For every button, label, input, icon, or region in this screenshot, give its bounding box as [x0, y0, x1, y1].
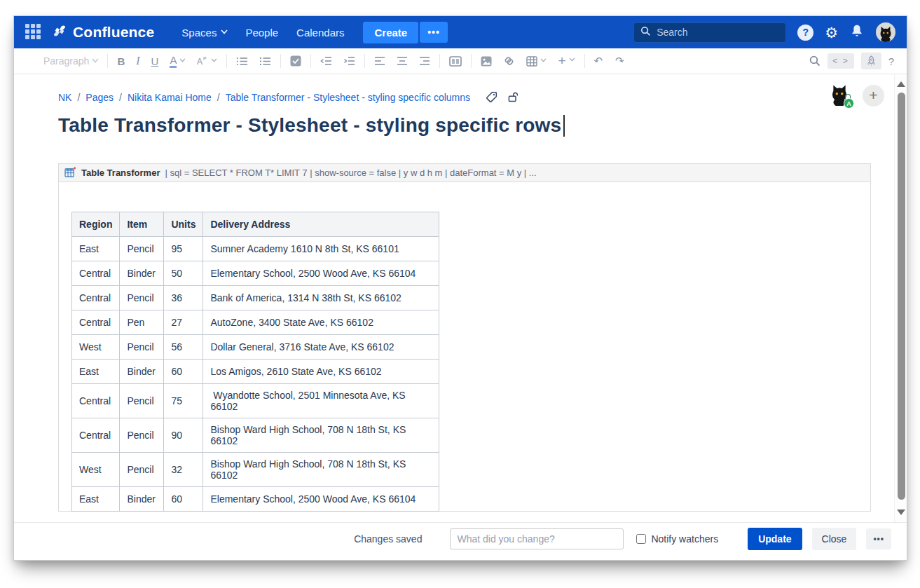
table-cell: Bishop Ward High School, 708 N 18th St, …: [203, 418, 439, 453]
table-cell: Elementary School, 2500 Wood Ave, KS 661…: [203, 487, 439, 512]
help-icon[interactable]: ?: [797, 25, 813, 41]
table-cell: 56: [164, 335, 203, 360]
vertical-scrollbar[interactable]: [894, 74, 907, 522]
table-cell: 95: [164, 237, 203, 261]
nav-more-button[interactable]: •••: [420, 22, 448, 43]
indent-icon[interactable]: [343, 56, 355, 66]
invite-plus-button[interactable]: +: [863, 85, 884, 107]
table-cell: West: [72, 453, 120, 487]
notify-watchers-option[interactable]: Notify watchers: [636, 533, 718, 545]
table-cell: East: [72, 237, 120, 261]
search-input[interactable]: [657, 27, 769, 38]
table-cell: East: [72, 487, 120, 512]
top-navbar: Confluence Spaces People Calendars Creat…: [14, 16, 907, 48]
footer-more-button[interactable]: •••: [866, 528, 891, 549]
breadcrumb-link[interactable]: Pages: [85, 92, 114, 103]
update-button[interactable]: Update: [748, 528, 802, 550]
table-cell: West: [72, 335, 120, 360]
table-header-cell: Delivery Address: [203, 212, 439, 237]
undo-icon[interactable]: ↶: [594, 55, 603, 67]
notifications-bell-icon[interactable]: [849, 23, 865, 41]
nav-spaces[interactable]: Spaces: [181, 27, 227, 39]
table-row: CentralPencil90Bishop Ward High School, …: [72, 418, 439, 453]
labels-tag-icon[interactable]: [486, 91, 497, 103]
table-cell: 60: [164, 360, 203, 384]
table-cell: 90: [164, 418, 203, 453]
scrollbar-thumb[interactable]: [898, 93, 905, 500]
align-center-icon[interactable]: [397, 56, 408, 66]
table-cell: Pencil: [120, 286, 164, 310]
table-row: EastBinder60Los Amigos, 2610 State Ave, …: [72, 360, 439, 384]
breadcrumb-link[interactable]: Nikita Kamai Home: [128, 92, 212, 103]
table-header-cell: Units: [164, 212, 203, 237]
table-cell: Central: [72, 286, 120, 310]
nav-calendars[interactable]: Calendars: [296, 27, 344, 39]
bullet-list-icon[interactable]: [236, 56, 248, 67]
version-comment-input[interactable]: [450, 528, 624, 549]
app-switcher-icon[interactable]: [25, 24, 42, 41]
insert-more-icon[interactable]: +: [558, 57, 575, 64]
numbered-list-icon[interactable]: [259, 56, 271, 67]
outdent-icon[interactable]: [320, 56, 332, 66]
table-cell: Bishop Ward High School, 708 N 18th St, …: [203, 453, 439, 487]
nav-people[interactable]: People: [245, 27, 278, 39]
table-row: CentralPencil36Bank of America, 1314 N 3…: [72, 286, 439, 310]
table-cell: Central: [72, 310, 120, 335]
confluence-logo[interactable]: Confluence: [52, 23, 154, 41]
underline-button[interactable]: U: [151, 55, 159, 67]
insert-image-icon[interactable]: [481, 56, 492, 67]
page-layout-icon[interactable]: [449, 56, 462, 67]
chevron-down-icon: [540, 58, 547, 64]
breadcrumb-link[interactable]: Table Transformer - Stylesheet - styling…: [226, 92, 470, 103]
table-cell: 32: [164, 453, 203, 487]
text-caret: [563, 115, 565, 137]
page-title[interactable]: Table Transformer - Stylesheet - styling…: [58, 114, 844, 137]
find-replace-icon[interactable]: [809, 55, 821, 67]
rocket-launcher-icon[interactable]: [861, 53, 881, 69]
table-cell: 60: [164, 487, 203, 512]
scroll-up-arrow[interactable]: [897, 81, 905, 87]
scroll-down-arrow[interactable]: [897, 510, 905, 515]
breadcrumb-separator: /: [77, 92, 80, 103]
breadcrumb-separator: /: [119, 92, 122, 103]
table-cell: Binder: [120, 487, 164, 512]
notify-watchers-checkbox[interactable]: [636, 534, 646, 544]
table-transformer-icon: [64, 167, 76, 179]
app-window: Confluence Spaces People Calendars Creat…: [13, 15, 907, 561]
paragraph-style-dropdown[interactable]: Paragraph: [43, 55, 98, 67]
table-cell: Wyandotte School, 2501 Minnesota Ave, KS…: [203, 384, 439, 418]
source-editor-button[interactable]: < >: [828, 53, 853, 69]
formatting-more-button[interactable]: AP: [197, 56, 217, 66]
italic-button[interactable]: I: [136, 55, 139, 67]
table-row: EastBinder60Elementary School, 2500 Wood…: [72, 487, 439, 512]
macro-params: | sql = SELECT * FROM T* LIMIT 7 | show-…: [165, 167, 536, 178]
editor-help-icon[interactable]: ?: [888, 55, 894, 67]
gear-icon[interactable]: ⚙: [825, 25, 838, 40]
table-cell: Dollar General, 3716 State Ave, KS 66102: [203, 335, 439, 360]
unlock-icon[interactable]: [507, 91, 519, 103]
global-search[interactable]: [633, 22, 786, 43]
chevron-down-icon: [179, 58, 186, 64]
svg-text:A: A: [197, 57, 202, 66]
redo-icon[interactable]: ↷: [615, 55, 624, 67]
save-status: Changes saved: [354, 533, 422, 545]
chevron-down-icon: [211, 58, 217, 64]
insert-link-icon[interactable]: [503, 55, 515, 67]
macro-header[interactable]: Table Transformer | sql = SELECT * FROM …: [58, 163, 871, 182]
table-cell: Central: [72, 418, 120, 453]
close-button[interactable]: Close: [812, 528, 857, 550]
editor-content: NK/Pages/Nikita Kamai Home/Table Transfo…: [14, 74, 907, 522]
table-row: WestPencil32Bishop Ward High School, 708…: [72, 453, 439, 487]
align-right-icon[interactable]: [419, 56, 430, 66]
task-list-icon[interactable]: [290, 55, 301, 67]
table-header-cell: Item: [120, 212, 164, 237]
create-button[interactable]: Create: [363, 22, 418, 43]
table-cell: Binder: [120, 261, 164, 286]
user-avatar[interactable]: [876, 22, 895, 42]
table-transformer-macro[interactable]: Table Transformer | sql = SELECT * FROM …: [58, 163, 871, 512]
breadcrumb-link[interactable]: NK: [58, 92, 71, 103]
bold-button[interactable]: B: [117, 55, 125, 67]
align-left-icon[interactable]: [374, 56, 385, 66]
insert-table-icon[interactable]: [526, 56, 547, 67]
text-color-button[interactable]: A: [170, 55, 186, 68]
